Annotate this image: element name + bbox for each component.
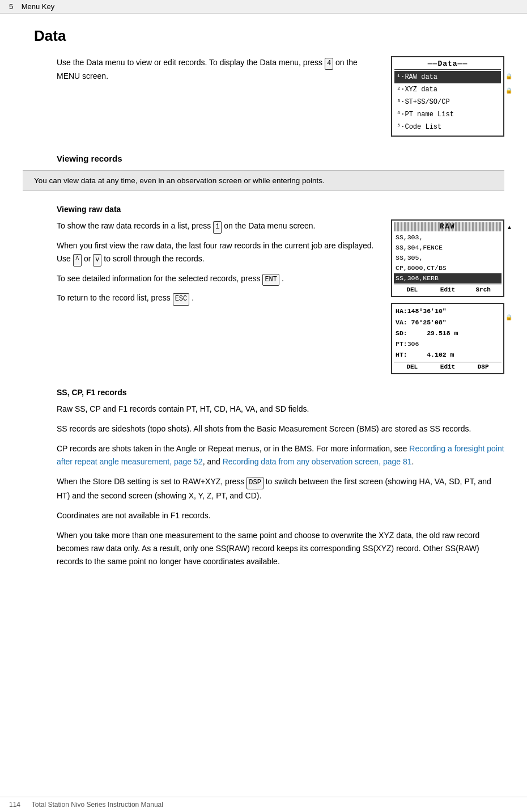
raw-para-1-suffix: on the Data menu screen. <box>224 221 315 230</box>
intro-key: 4 <box>325 58 333 70</box>
detail-va-row: VA: 76°25'08" <box>394 317 502 328</box>
raw-para-1-prefix: To show the raw data records in a list, … <box>57 221 211 230</box>
footer-manual-title: Total Station Nivo Series Instruction Ma… <box>32 801 163 809</box>
raw-row-2: SS,304,FENCE <box>394 243 502 253</box>
raw-data-content-row: To show the raw data records in a list, … <box>57 219 504 374</box>
data-menu-screen: ——Data—— ¹·RAW data ²·XYZ data ³·ST+SS/S… <box>391 56 504 137</box>
ss-cp-f1-section: SS, CP, F1 records Raw SS, CP and F1 rec… <box>57 388 504 569</box>
raw-para-3: To see detailed information for the sele… <box>57 272 380 286</box>
viewing-raw-data-heading: Viewing raw data <box>57 205 504 214</box>
ss-cp-f1-para6: When you take more than one measurement … <box>57 529 504 568</box>
intro-text: Use the Data menu to view or edit record… <box>57 56 391 83</box>
raw-data-text: To show the raw data records in a list, … <box>57 219 380 311</box>
para3-link2[interactable]: Recording data from any observation scre… <box>223 457 412 466</box>
raw-para-2: When you first view the raw data, the la… <box>57 239 380 267</box>
raw-para-1-key: 1 <box>213 221 222 234</box>
raw-screen-wrapper: RAW SS,303, SS,304,FENCE SS,305, CP,8000… <box>391 219 504 297</box>
ss-cp-f1-para5: Coordinates are not available in F1 reco… <box>57 509 504 522</box>
menu-item-code-list: ⁵·Code List <box>394 121 501 133</box>
para3-mid: , and <box>203 457 223 466</box>
raw-row-3: SS,305, <box>394 253 502 263</box>
para4-prefix: When the Store DB setting is set to RAW+… <box>57 477 244 486</box>
menu-item-pt-name: ⁴·PT name List <box>394 108 501 121</box>
raw-screen-buttons: DEL Edit Srch <box>394 285 502 294</box>
main-content: Data Use the Data menu to view or edit r… <box>0 14 527 614</box>
raw-screen-scroll: ▲ <box>507 224 512 230</box>
raw-para-1: To show the raw data records in a list, … <box>57 219 380 234</box>
intro-block: Use the Data menu to view or edit record… <box>57 56 504 137</box>
raw-para-2-suffix: to scroll through the records. <box>104 254 204 263</box>
detail-screen-wrapper: HA:148°36'10" VA: 76°25'08" SD: 29.518 m… <box>391 303 504 374</box>
lock-icon-2: 🔒 <box>505 87 512 94</box>
menu-item-st-ss: ³·ST+SS/SO/CP <box>394 96 501 108</box>
raw-para-4: To return to the record list, press ESC … <box>57 291 380 306</box>
detail-btn-edit: Edit <box>431 363 465 370</box>
raw-para-2-or: or <box>84 254 93 263</box>
detail-btn-del: DEL <box>396 363 429 370</box>
detail-screen: HA:148°36'10" VA: 76°25'08" SD: 29.518 m… <box>391 303 504 374</box>
footer-spacer <box>22 801 29 809</box>
raw-btn-del: DEL <box>396 286 429 293</box>
raw-para-4-suffix: . <box>192 293 194 302</box>
footer-bar: 114 Total Station Nivo Series Instructio… <box>0 797 527 812</box>
detail-btn-dsp: DSP <box>466 363 500 370</box>
raw-row-4: CP,8000,CT/BS <box>394 263 502 273</box>
ss-cp-f1-heading: SS, CP, F1 records <box>57 388 504 397</box>
lock-icon-1: 🔒 <box>505 73 512 79</box>
raw-para-3-prefix: To see detailed information for the sele… <box>57 274 261 283</box>
menu-item-raw-data: ¹·RAW data <box>394 71 501 83</box>
raw-screen-title: RAW <box>394 222 502 231</box>
para4-key: DSP <box>246 477 264 489</box>
raw-list-screen: RAW SS,303, SS,304,FENCE SS,305, CP,8000… <box>391 219 504 297</box>
header-chapter-num: 5 <box>9 2 13 11</box>
info-banner: You can view data at any time, even in a… <box>23 170 504 191</box>
footer-page-number: 114 <box>9 801 20 809</box>
para3-suffix: . <box>412 457 414 466</box>
screen-lock-icons: 🔒 🔒 <box>505 73 512 94</box>
header-bar: 5 Menu Key <box>0 0 527 14</box>
ss-cp-f1-para4: When the Store DB setting is set to RAW+… <box>57 475 504 502</box>
para3-prefix: CP records are shots taken in the Angle … <box>57 444 409 453</box>
ss-cp-f1-para1: Raw SS, CP and F1 records contain PT, HT… <box>57 403 504 416</box>
intro-text-prefix: Use the Data menu to view or edit record… <box>57 58 322 67</box>
data-menu-title: ——Data—— <box>394 60 501 70</box>
raw-row-1: SS,303, <box>394 232 502 243</box>
detail-screen-lock: 🔒 <box>505 314 512 320</box>
raw-btn-edit: Edit <box>431 286 465 293</box>
viewing-raw-data-section: Viewing raw data To show the raw data re… <box>57 205 504 374</box>
raw-btn-srch: Srch <box>466 286 500 293</box>
raw-para-4-key: ESC <box>173 293 190 306</box>
raw-data-screens: RAW SS,303, SS,304,FENCE SS,305, CP,8000… <box>391 219 504 374</box>
header-chapter-title: Menu Key <box>22 2 55 11</box>
detail-ha-row: HA:148°36'10" <box>394 306 502 316</box>
viewing-records-heading: Viewing records <box>57 154 504 163</box>
raw-para-3-suffix: . <box>282 274 284 283</box>
raw-row-5: SS,306,KERB <box>394 273 502 284</box>
ss-cp-f1-para2: SS records are sideshots (topo shots). A… <box>57 422 504 435</box>
ss-cp-f1-para3: CP records are shots taken in the Angle … <box>57 442 504 468</box>
detail-ht-row: HT: 4.102 m <box>394 349 502 360</box>
raw-para-3-key: ENT <box>262 274 279 286</box>
raw-para-4-prefix: To return to the record list, press <box>57 293 171 302</box>
raw-para-2-key1: ^ <box>73 254 82 267</box>
header-spacer <box>13 2 21 11</box>
detail-pt-row: PT:306 <box>394 339 502 349</box>
detail-sd-row: SD: 29.518 m <box>394 328 502 339</box>
raw-para-2-key2: v <box>93 254 101 267</box>
menu-item-xyz-data: ²·XYZ data <box>394 83 501 96</box>
detail-screen-buttons: DEL Edit DSP <box>394 362 502 371</box>
section-title: Data <box>34 27 504 45</box>
